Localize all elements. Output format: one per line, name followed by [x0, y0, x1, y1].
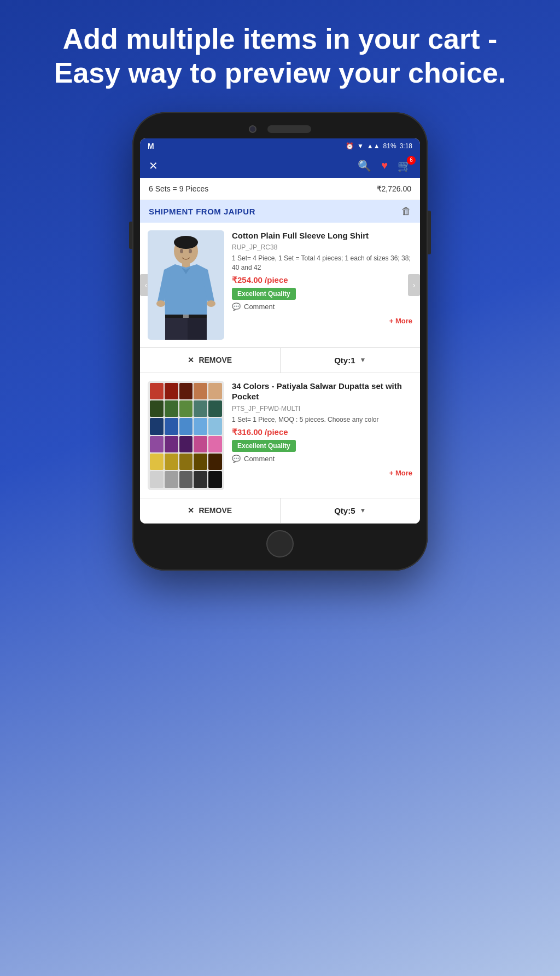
product-2-comment-label: Comment: [244, 455, 275, 463]
hero-title: Add multiple items in your cart - Easy w…: [33, 22, 527, 90]
color-swatch: [194, 454, 207, 470]
close-button[interactable]: ✕: [149, 159, 158, 172]
product-2-set-info: 1 Set= 1 Piece, MOQ : 5 pieces. Choose a…: [232, 415, 412, 425]
cart-badge: 6: [407, 156, 416, 165]
product-1-remove-button[interactable]: ✕ REMOVE: [140, 348, 281, 373]
phone-body: M ⏰ ▼ ▲▲ 81% 3:18 ✕ 🔍: [132, 112, 428, 571]
color-swatch: [194, 383, 207, 399]
signal-icon: ▲▲: [367, 142, 380, 150]
svg-point-2: [174, 236, 198, 249]
product-1-quality-badge: Excellent Quality: [232, 288, 296, 300]
speaker: [267, 125, 311, 133]
product-1-sku: RUP_JP_RC38: [232, 243, 412, 251]
product-1-comment-row[interactable]: 💬 Comment: [232, 303, 412, 311]
color-swatch: [165, 436, 178, 452]
product-1-action-bar: ✕ REMOVE Qty:1 ▼: [140, 347, 420, 373]
color-swatch: [150, 418, 164, 434]
product-1-next-arrow[interactable]: ›: [408, 274, 420, 296]
color-swatch: [150, 471, 164, 487]
svg-point-4: [156, 300, 165, 307]
color-swatch: [179, 436, 193, 452]
alarm-icon: ⏰: [346, 142, 354, 150]
home-button[interactable]: [266, 530, 294, 557]
color-swatch: [165, 454, 178, 470]
product-2-action-bar: ✕ REMOVE Qty:5 ▼: [140, 498, 420, 524]
product-2-qty-selector[interactable]: Qty:5 ▼: [281, 498, 421, 523]
qty-2-dropdown-arrow: ▼: [359, 507, 366, 514]
power-button: [428, 211, 431, 254]
color-swatch: [165, 383, 178, 399]
summary-bar: 6 Sets = 9 Pieces ₹2,726.00: [140, 178, 420, 200]
product-2-remove-button[interactable]: ✕ REMOVE: [140, 498, 281, 523]
color-swatch: [179, 471, 193, 487]
status-bar: M ⏰ ▼ ▲▲ 81% 3:18: [140, 138, 420, 154]
phone-screen: M ⏰ ▼ ▲▲ 81% 3:18 ✕ 🔍: [140, 138, 420, 524]
notification-icon: M: [148, 142, 154, 150]
svg-point-5: [207, 300, 215, 307]
comment-icon: 💬: [232, 303, 241, 311]
wishlist-button[interactable]: ♥: [381, 159, 388, 172]
svg-rect-8: [188, 316, 207, 340]
product-2-details: 34 Colors - Patiyala Salwar Dupatta set …: [140, 373, 420, 498]
product-1-qty-label: Qty:1: [334, 356, 355, 365]
product-2-sku: PTS_JP_FPWD-MULTI: [232, 405, 412, 413]
phone-mockup: M ⏰ ▼ ▲▲ 81% 3:18 ✕ 🔍: [0, 112, 560, 571]
color-swatch: [208, 418, 222, 434]
product-2-name: 34 Colors - Patiyala Salwar Dupatta set …: [232, 381, 412, 402]
color-swatch: [208, 471, 222, 487]
product-1-more-link[interactable]: + More: [232, 313, 412, 326]
color-swatch: [208, 436, 222, 452]
product-1-image: [148, 230, 224, 340]
front-camera: [249, 125, 256, 133]
product-1-details: ‹: [140, 223, 420, 347]
color-swatch: [179, 418, 193, 434]
svg-rect-7: [165, 316, 184, 340]
delete-shipment-button[interactable]: 🗑: [401, 206, 411, 217]
product-2-qty-label: Qty:5: [334, 506, 355, 515]
product-2-card: 34 Colors - Patiyala Salwar Dupatta set …: [140, 373, 420, 524]
color-swatch: [165, 471, 178, 487]
comment-icon-2: 💬: [232, 455, 241, 463]
app-bar: ✕ 🔍 ♥ 🛒 6: [140, 154, 420, 178]
search-button[interactable]: 🔍: [358, 159, 371, 172]
search-icon: 🔍: [358, 160, 371, 172]
phone-bottom: [140, 524, 420, 561]
product-2-info: 34 Colors - Patiyala Salwar Dupatta set …: [232, 381, 412, 490]
product-2-more-link[interactable]: + More: [232, 466, 412, 478]
volume-button: [129, 222, 132, 249]
color-swatch: [208, 383, 222, 399]
product-2-quality-badge: Excellent Quality: [232, 440, 296, 452]
remove-icon: ✕: [188, 356, 194, 364]
product-2-image: [148, 381, 224, 490]
color-swatch: [194, 436, 207, 452]
cart-button[interactable]: 🛒 6: [398, 159, 411, 172]
color-swatch: [208, 454, 222, 470]
sets-count: 6 Sets = 9 Pieces: [149, 184, 208, 193]
svg-point-11: [180, 249, 183, 253]
product-2-price: ₹316.00 /piece: [232, 427, 412, 437]
color-swatch: [150, 383, 164, 399]
product-1-price: ₹254.00 /piece: [232, 275, 412, 285]
color-swatch: [179, 454, 193, 470]
svg-point-12: [189, 249, 192, 253]
app-bar-actions: 🔍 ♥ 🛒 6: [358, 159, 411, 172]
color-swatch: [194, 471, 207, 487]
remove-icon-2: ✕: [188, 506, 194, 515]
color-swatch: [179, 400, 193, 417]
shipment-title: SHIPMENT FROM JAIPUR: [149, 207, 255, 216]
hero-section: Add multiple items in your cart - Easy w…: [0, 0, 560, 107]
product-2-comment-row[interactable]: 💬 Comment: [232, 455, 412, 463]
product-1-comment-label: Comment: [244, 303, 275, 311]
color-swatch: [194, 418, 207, 434]
status-indicators: ⏰ ▼ ▲▲ 81% 3:18: [346, 142, 412, 150]
qty-dropdown-arrow: ▼: [359, 356, 366, 364]
product-1-card: ‹: [140, 223, 420, 373]
wifi-icon: ▼: [357, 142, 364, 150]
time-text: 3:18: [400, 142, 412, 150]
color-grid: [148, 381, 224, 490]
product-1-remove-label: REMOVE: [199, 356, 232, 364]
color-swatch: [165, 400, 178, 417]
product-1-qty-selector[interactable]: Qty:1 ▼: [281, 348, 421, 373]
color-swatch: [179, 383, 193, 399]
color-swatch: [150, 454, 164, 470]
